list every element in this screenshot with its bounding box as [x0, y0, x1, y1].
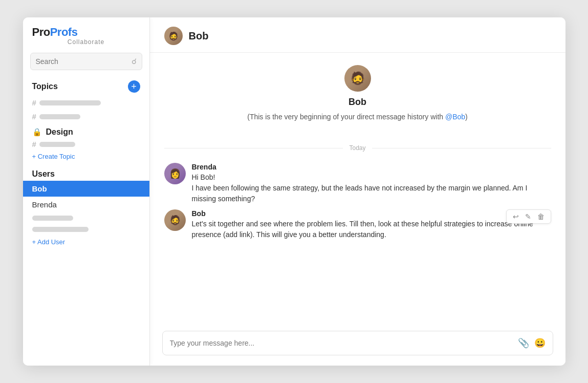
- users-section: Users: [23, 165, 149, 181]
- table-row: 👩 Brenda Hi Bob! I have been following t…: [164, 163, 551, 204]
- edit-button[interactable]: ✎: [523, 212, 533, 221]
- emoji-icon[interactable]: 😀: [534, 337, 546, 349]
- add-user-link[interactable]: + Add User: [23, 235, 149, 251]
- logo-pro: Pro: [32, 27, 50, 38]
- table-row: 🧔 Bob Let's sit together and see where t…: [164, 209, 551, 240]
- message-sender: Bob: [192, 209, 551, 218]
- avatar: 👩: [164, 163, 186, 184]
- users-title: Users: [32, 169, 55, 178]
- chat-main: 🧔 Bob 🧔 Bob (This is the very beginning …: [150, 17, 565, 366]
- message-body: Brenda Hi Bob! I have been following the…: [192, 163, 551, 204]
- chat-header: 🧔 Bob: [150, 17, 565, 53]
- sidebar-item-user-bob[interactable]: Bob: [23, 181, 149, 197]
- list-item[interactable]: #: [23, 110, 149, 123]
- attachment-icon[interactable]: 📎: [518, 337, 529, 349]
- topics-title: Topics: [32, 82, 58, 91]
- message-sender: Brenda: [192, 163, 551, 171]
- design-label: Design: [46, 127, 73, 137]
- message-body: Bob Let's sit together and see where the…: [192, 209, 551, 240]
- user-placeholder-bar: [32, 216, 73, 221]
- intro-message: 🧔 Bob (This is the very beginning of you…: [164, 65, 551, 121]
- lock-icon: 🔒: [32, 127, 42, 137]
- intro-name: Bob: [349, 97, 366, 108]
- avatar: 🧔: [164, 27, 183, 45]
- chat-messages: 🧔 Bob (This is the very beginning of you…: [150, 53, 565, 325]
- avatar: 🧔: [164, 209, 186, 231]
- topic-hash: #: [32, 112, 36, 121]
- sidebar-item-user-brenda[interactable]: Brenda: [23, 197, 149, 212]
- logo-area: Pro Profs Collaborate: [23, 27, 149, 53]
- design-section: 🔒 Design: [23, 123, 149, 138]
- user-placeholder-bar: [32, 227, 89, 232]
- message-input[interactable]: [170, 339, 513, 347]
- chat-input-box: 📎 😀: [162, 331, 553, 355]
- intro-text: (This is the very beginning of your dire…: [247, 113, 468, 121]
- chat-input-area: 📎 😀: [150, 325, 565, 366]
- chat-header-name: Bob: [189, 30, 209, 42]
- logo-sub: Collaborate: [32, 38, 140, 46]
- logo: Pro Profs: [32, 27, 140, 38]
- delete-button[interactable]: 🗑: [535, 212, 547, 221]
- message-actions: ↩ ✎ 🗑: [506, 209, 551, 224]
- logo-profs: Profs: [50, 27, 78, 38]
- intro-avatar: 🧔: [344, 65, 371, 92]
- topic-bar: [39, 142, 75, 147]
- topics-section-header: Topics +: [23, 77, 149, 96]
- search-bar[interactable]: ☌: [30, 53, 142, 70]
- sidebar: Pro Profs Collaborate ☌ Topics + # # 🔒 D…: [23, 17, 150, 366]
- topic-bar: [39, 114, 80, 119]
- topic-hash: #: [32, 98, 36, 107]
- list-item[interactable]: #: [23, 96, 149, 110]
- create-topic-link[interactable]: + Create Topic: [23, 151, 149, 165]
- add-topic-button[interactable]: +: [128, 80, 140, 93]
- message-text: Hi Bob! I have been following the same s…: [192, 172, 551, 204]
- reply-button[interactable]: ↩: [511, 212, 521, 221]
- list-item[interactable]: #: [23, 138, 149, 151]
- topic-bar: [39, 100, 101, 105]
- date-divider: Today: [164, 144, 551, 152]
- search-input[interactable]: [36, 57, 128, 66]
- search-icon: ☌: [132, 57, 137, 66]
- message-text: Let's sit together and see where the pro…: [192, 219, 551, 240]
- topic-hash: #: [32, 140, 36, 148]
